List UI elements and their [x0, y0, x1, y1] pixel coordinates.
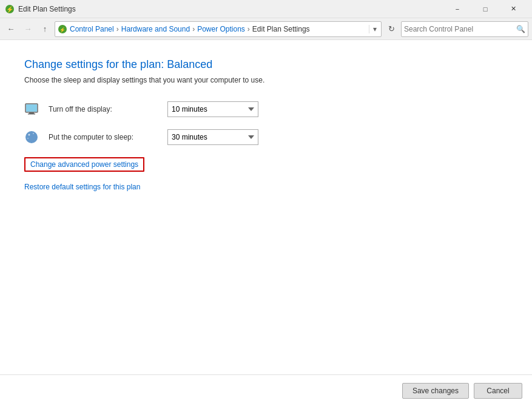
save-changes-button[interactable]: Save changes: [402, 383, 469, 399]
breadcrumb: Control Panel › Hardware and Sound › Pow…: [70, 25, 369, 33]
forward-button[interactable]: →: [21, 22, 35, 36]
breadcrumb-control-panel[interactable]: Control Panel: [70, 25, 114, 33]
svg-point-11: [27, 138, 29, 139]
close-button[interactable]: ✕: [499, 0, 527, 18]
content-area: Change settings for the plan: Balanced C…: [0, 40, 532, 374]
window-icon: ⚡: [5, 4, 15, 14]
window-controls: − □ ✕: [443, 0, 527, 18]
window-body: Change settings for the plan: Balanced C…: [0, 40, 532, 406]
svg-rect-6: [28, 113, 35, 115]
toolbar: ← → ↑ ⚡ Control Panel › Hardware and Sou…: [0, 18, 532, 40]
breadcrumb-power-options[interactable]: Power Options: [197, 25, 245, 33]
breadcrumb-current: Edit Plan Settings: [252, 25, 310, 33]
svg-point-10: [33, 133, 34, 134]
action-bar: Save changes Cancel: [0, 374, 532, 406]
page-title: Change settings for the plan: Balanced: [24, 58, 508, 71]
svg-rect-5: [29, 112, 34, 113]
refresh-button[interactable]: ↻: [384, 22, 399, 36]
turn-off-display-label: Turn off the display:: [49, 105, 158, 113]
sleep-icon: [24, 130, 39, 144]
sleep-row: Put the computer to sleep: 30 minutes 1 …: [24, 129, 508, 145]
svg-text:⚡: ⚡: [6, 5, 14, 13]
svg-point-9: [29, 134, 30, 136]
svg-rect-7: [26, 104, 37, 112]
maximize-button[interactable]: □: [471, 0, 499, 18]
back-button[interactable]: ←: [4, 22, 18, 36]
up-button[interactable]: ↑: [38, 22, 52, 36]
cancel-button[interactable]: Cancel: [474, 383, 522, 399]
search-input[interactable]: [404, 25, 516, 33]
address-bar[interactable]: ⚡ Control Panel › Hardware and Sound › P…: [55, 21, 382, 37]
title-bar: ⚡ Edit Plan Settings − □ ✕: [0, 0, 532, 18]
display-icon: [24, 102, 39, 117]
svg-text:⚡: ⚡: [59, 27, 66, 33]
restore-defaults-link[interactable]: Restore default settings for this plan: [24, 183, 140, 191]
breadcrumb-hardware-sound[interactable]: Hardware and Sound: [121, 25, 190, 33]
sleep-dropdown[interactable]: 30 minutes 1 minute 2 minutes 5 minutes …: [167, 129, 258, 145]
advanced-power-settings-link[interactable]: Change advanced power settings: [24, 157, 144, 172]
address-icon: ⚡: [58, 24, 67, 34]
sleep-label: Put the computer to sleep:: [49, 133, 158, 141]
page-subtitle: Choose the sleep and display settings th…: [24, 76, 508, 84]
minimize-button[interactable]: −: [443, 0, 471, 18]
turn-off-display-row: Turn off the display: 10 minutes 1 minut…: [24, 101, 508, 117]
search-icon[interactable]: 🔍: [516, 25, 525, 33]
search-box: 🔍: [401, 21, 528, 37]
window-title: Edit Plan Settings: [18, 5, 443, 13]
turn-off-display-dropdown[interactable]: 10 minutes 1 minute 2 minutes 5 minutes …: [167, 101, 258, 117]
address-dropdown-button[interactable]: ▾: [369, 25, 379, 33]
svg-point-8: [25, 131, 38, 143]
